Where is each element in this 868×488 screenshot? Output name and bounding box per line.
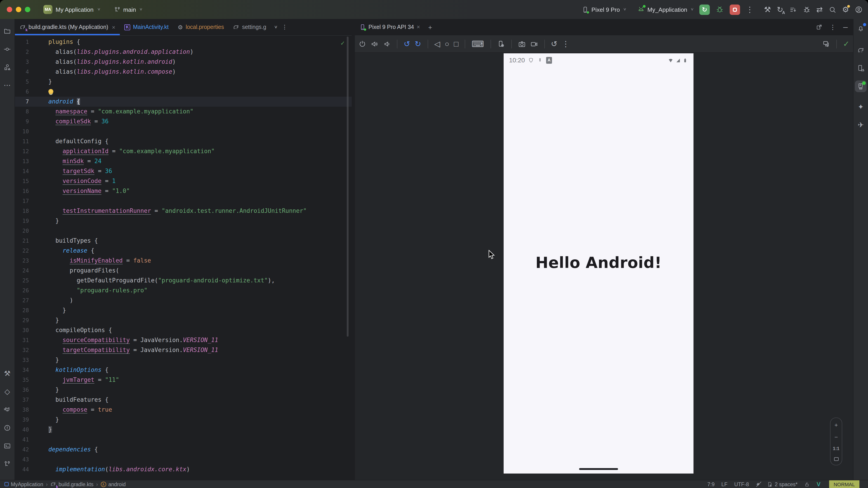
line-number[interactable]: 20: [15, 226, 29, 236]
back-button[interactable]: ◁: [434, 40, 440, 48]
line-number[interactable]: 25: [15, 275, 29, 286]
screenshot-test-button[interactable]: [822, 40, 830, 48]
overview-button[interactable]: □: [454, 40, 459, 48]
line-number[interactable]: 13: [15, 156, 29, 166]
line-number[interactable]: 10: [15, 127, 29, 136]
line-number[interactable]: 2: [15, 47, 29, 57]
panel-options-icon[interactable]: ⋮: [830, 24, 836, 30]
volume-down-button[interactable]: [383, 40, 391, 48]
readonly-lock-icon[interactable]: [804, 482, 810, 487]
volume-up-button[interactable]: [371, 40, 378, 48]
line-number[interactable]: 17: [15, 196, 29, 206]
run-configuration-selector[interactable]: My_Application ˅: [638, 6, 693, 13]
vim-icon[interactable]: V: [817, 481, 820, 488]
encoding-widget[interactable]: UTF-8: [734, 482, 749, 487]
zoom-ratio-button[interactable]: 1:1: [833, 446, 839, 451]
line-number[interactable]: 22: [15, 246, 29, 256]
rotate-left-button[interactable]: ↺: [404, 40, 410, 48]
gradle-tool-button[interactable]: [855, 44, 867, 56]
line-number[interactable]: 5: [15, 77, 29, 87]
hardware-input-button[interactable]: ⌨: [471, 40, 484, 48]
rerun-button[interactable]: ↻: [700, 4, 710, 15]
build-tool-button[interactable]: ⚒: [1, 368, 13, 380]
breadcrumb-element[interactable]: λ android: [101, 482, 126, 487]
zoom-in-button[interactable]: +: [834, 422, 838, 428]
fit-to-window-button[interactable]: [834, 457, 838, 461]
indent-widget[interactable]: 2 spaces*: [767, 482, 798, 487]
power-button[interactable]: [359, 40, 366, 48]
line-number[interactable]: 41: [15, 435, 29, 445]
line-number[interactable]: 39: [15, 415, 29, 425]
line-number[interactable]: 37: [15, 395, 29, 405]
line-number[interactable]: 12: [15, 147, 29, 156]
hidden-tabs-chevron-icon[interactable]: ˅: [274, 25, 277, 30]
line-number[interactable]: 29: [15, 315, 29, 325]
line-number[interactable]: 6: [15, 87, 29, 97]
line-number[interactable]: 34: [15, 365, 29, 375]
device-settings-button[interactable]: [497, 40, 505, 48]
line-number[interactable]: 19: [15, 216, 29, 226]
line-number[interactable]: 33: [15, 355, 29, 365]
line-number[interactable]: 8: [15, 107, 29, 117]
vcs-branch-widget[interactable]: main ˅: [114, 6, 142, 13]
line-number[interactable]: 16: [15, 186, 29, 196]
line-number[interactable]: 35: [15, 375, 29, 385]
screenshot-button[interactable]: [518, 40, 526, 48]
gesture-navigation-bar[interactable]: [579, 468, 618, 470]
close-tab-icon[interactable]: ×: [417, 24, 420, 30]
account-button[interactable]: [855, 6, 863, 13]
tab-options-icon[interactable]: ⋮: [282, 24, 287, 30]
zoom-window-button[interactable]: [25, 7, 30, 12]
home-button[interactable]: ○: [445, 40, 450, 48]
version-control-tool-button[interactable]: [1, 458, 13, 470]
tab-settings-gradle[interactable]: settings.g: [228, 19, 271, 35]
screen-record-button[interactable]: [530, 40, 538, 48]
minimize-window-button[interactable]: [16, 7, 21, 12]
app-insights-tool-button[interactable]: ✈: [855, 119, 867, 131]
notifications-tool-button[interactable]: [855, 23, 867, 34]
line-number[interactable]: 18: [15, 206, 29, 216]
line-number[interactable]: 28: [15, 305, 29, 315]
line-number[interactable]: 4: [15, 67, 29, 77]
build-button[interactable]: ⚒: [764, 6, 771, 13]
project-widget[interactable]: MA My Application ˅: [43, 5, 100, 14]
project-tool-button[interactable]: [1, 25, 13, 37]
line-number[interactable]: 15: [15, 176, 29, 186]
line-number[interactable]: 21: [15, 236, 29, 246]
close-window-button[interactable]: [7, 7, 12, 12]
line-number[interactable]: 14: [15, 166, 29, 176]
line-number[interactable]: 32: [15, 345, 29, 355]
open-in-window-icon[interactable]: [816, 24, 822, 30]
device-selector[interactable]: Pixel 9 Pro ˅: [582, 6, 626, 13]
snapshot-reset-button[interactable]: ↺: [551, 40, 557, 48]
line-number[interactable]: 7: [15, 97, 29, 107]
tab-mainactivity-kt[interactable]: K MainActivity.kt: [120, 19, 173, 35]
line-number[interactable]: 26: [15, 286, 29, 295]
commit-tool-button[interactable]: [1, 43, 13, 55]
ai-assistant-disabled-icon[interactable]: ✦: [756, 482, 760, 487]
line-number[interactable]: 27: [15, 295, 29, 305]
tab-build-gradle-kts[interactable]: build.gradle.kts (My Application) ×: [15, 19, 120, 35]
line-number[interactable]: 24: [15, 266, 29, 275]
rotate-right-button[interactable]: ↻: [415, 40, 421, 48]
terminal-tool-button[interactable]: [1, 440, 13, 452]
device-manager-tool-button[interactable]: [855, 62, 867, 74]
attach-debugger-button[interactable]: [803, 6, 810, 13]
hide-panel-icon[interactable]: ─: [843, 24, 848, 30]
line-number[interactable]: 42: [15, 445, 29, 455]
line-number[interactable]: 38: [15, 405, 29, 415]
toolbar-more-button[interactable]: ⋮: [562, 40, 569, 48]
running-devices-tool-button[interactable]: [855, 80, 867, 92]
breadcrumb-module[interactable]: MyApplication: [4, 482, 43, 487]
settings-button[interactable]: ⚙: [842, 6, 849, 13]
app-quality-insights-tool-button[interactable]: ◇: [1, 386, 13, 398]
zoom-out-button[interactable]: −: [834, 434, 838, 440]
code-editor[interactable]: 1plugins {2 alias(libs.plugins.android.a…: [15, 36, 352, 480]
breadcrumb-file[interactable]: build.gradle.kts: [51, 481, 94, 487]
add-device-tab-button[interactable]: +: [428, 23, 432, 31]
inspections-ok-icon[interactable]: ✓: [341, 39, 344, 46]
apply-code-changes-button[interactable]: [789, 6, 797, 13]
more-tool-windows-button[interactable]: ⋯: [1, 79, 13, 91]
gradle-sync-button[interactable]: ⇄: [816, 6, 823, 13]
logcat-tool-button[interactable]: [1, 404, 13, 416]
